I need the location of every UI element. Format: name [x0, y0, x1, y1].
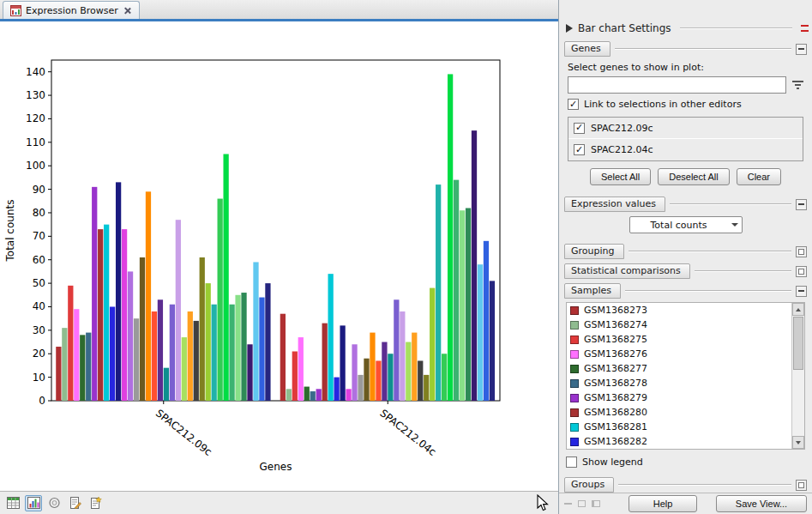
side-panel-menu-icon[interactable]: [801, 24, 809, 33]
collapse-all-icon[interactable]: [564, 503, 572, 505]
collapse-samples-icon[interactable]: [796, 286, 807, 297]
expand-groups-icon[interactable]: [796, 480, 807, 491]
section-header-expression-values: Expression values: [564, 197, 807, 212]
bar: [376, 360, 381, 401]
scrollbar-track[interactable]: [792, 316, 804, 436]
sample-label: GSM1368279: [584, 392, 647, 403]
bar: [247, 344, 252, 401]
bar: [86, 333, 91, 401]
section-divider: [695, 270, 791, 272]
bar: [223, 154, 228, 401]
y-tick-label: 140: [26, 66, 45, 78]
bar: [424, 375, 429, 401]
bar: [292, 352, 298, 401]
bar: [235, 295, 240, 401]
bar: [170, 305, 175, 401]
section-title-groups: Groups: [564, 477, 614, 493]
y-tick-label: 60: [33, 254, 45, 266]
sample-item[interactable]: GSM1368274: [567, 317, 791, 332]
view-table-icon[interactable]: [4, 495, 21, 511]
bar: [310, 391, 316, 401]
select-genes-label: Select genes to show in plot:: [568, 62, 805, 73]
dock-panel-icon[interactable]: [592, 500, 600, 507]
sample-item[interactable]: GSM1368275: [567, 332, 791, 347]
scroll-up-icon[interactable]: [792, 303, 804, 316]
deselect-all-button[interactable]: Deselect All: [658, 168, 729, 185]
sample-item[interactable]: GSM1368279: [567, 390, 791, 405]
bar: [265, 283, 270, 401]
sample-color-swatch: [570, 423, 579, 432]
sample-item[interactable]: GSM1368277: [567, 361, 791, 376]
gene-checkbox[interactable]: [574, 144, 585, 155]
bar: [358, 375, 363, 401]
collapse-genes-icon[interactable]: [796, 44, 807, 55]
bar: [472, 130, 477, 401]
y-tick-label: 120: [26, 112, 45, 124]
bar: [206, 283, 211, 401]
samples-scrollbar[interactable]: [791, 303, 804, 449]
section-header-groups: Groups: [564, 477, 807, 493]
scroll-down-icon[interactable]: [792, 436, 804, 449]
gene-search-row: [568, 76, 803, 94]
bar: [388, 354, 393, 401]
settings-collapse-icon[interactable]: [566, 24, 573, 33]
sample-item[interactable]: GSM1368281: [567, 420, 791, 434]
gene-search-input[interactable]: [568, 76, 786, 94]
bar: [340, 325, 345, 401]
sample-item[interactable]: GSM1368276: [567, 347, 791, 361]
bar: [442, 354, 447, 401]
gene-checkbox[interactable]: [574, 123, 585, 134]
section-title-grouping: Grouping: [564, 244, 624, 259]
gene-list-item[interactable]: SPAC212.04c: [568, 139, 803, 160]
view-venn-icon[interactable]: [45, 495, 63, 511]
bar: [259, 298, 264, 401]
y-tick-label: 0: [39, 395, 45, 407]
genes-section-body: Select genes to show in plot: Link to se…: [564, 57, 807, 192]
view-bar-chart-icon[interactable]: [25, 495, 42, 511]
section-divider: [618, 484, 791, 486]
view-switcher-toolbar: [0, 491, 558, 514]
show-legend-checkbox[interactable]: [566, 457, 577, 468]
header-divider: [680, 27, 792, 29]
save-view-button[interactable]: Save View...: [716, 495, 807, 512]
bar: [140, 257, 145, 401]
sample-label: GSM1368277: [584, 363, 647, 374]
sample-item[interactable]: GSM1368282: [567, 434, 791, 449]
view-report-icon[interactable]: [87, 495, 104, 511]
sample-item[interactable]: GSM1368278: [567, 376, 791, 390]
tab-close-icon[interactable]: [123, 6, 132, 15]
bar: [152, 311, 157, 401]
filter-icon[interactable]: [792, 81, 803, 90]
bar: [253, 262, 258, 401]
section-header-grouping: Grouping: [564, 244, 807, 259]
y-tick-label: 10: [33, 372, 45, 384]
section-title-expression-values: Expression values: [564, 197, 665, 212]
sample-label: GSM1368278: [584, 378, 647, 389]
expand-grouping-icon[interactable]: [796, 246, 807, 257]
expand-all-icon[interactable]: [578, 500, 586, 507]
section-header-statistical-comparisons: Statistical comparisons: [564, 263, 807, 279]
view-notes-icon[interactable]: [66, 495, 83, 511]
section-title-samples: Samples: [564, 283, 621, 299]
bar: [448, 74, 453, 401]
link-selections-checkbox[interactable]: [568, 99, 579, 110]
x-tick-label: SPAC212.04c: [377, 407, 438, 458]
help-button[interactable]: Help: [629, 495, 697, 512]
x-tick-label: SPAC212.09c: [153, 407, 214, 458]
sample-color-swatch: [570, 321, 579, 330]
expression-values-dropdown[interactable]: Total counts: [629, 216, 743, 233]
bar: [322, 324, 328, 401]
bar: [98, 229, 103, 401]
sample-item[interactable]: GSM1368273: [567, 303, 791, 317]
expand-statistical-comparisons-icon[interactable]: [796, 266, 807, 277]
sample-label: GSM1368275: [584, 334, 647, 345]
collapse-expression-values-icon[interactable]: [796, 199, 807, 210]
bar: [241, 293, 246, 401]
scrollbar-thumb[interactable]: [793, 317, 803, 370]
clear-button[interactable]: Clear: [737, 168, 781, 185]
select-all-button[interactable]: Select All: [590, 168, 651, 185]
sample-item[interactable]: GSM1368280: [567, 405, 791, 420]
gene-list-item[interactable]: SPAC212.09c: [568, 118, 803, 139]
tab-expression-browser[interactable]: Expression Browser: [3, 1, 140, 19]
bar: [104, 225, 109, 401]
